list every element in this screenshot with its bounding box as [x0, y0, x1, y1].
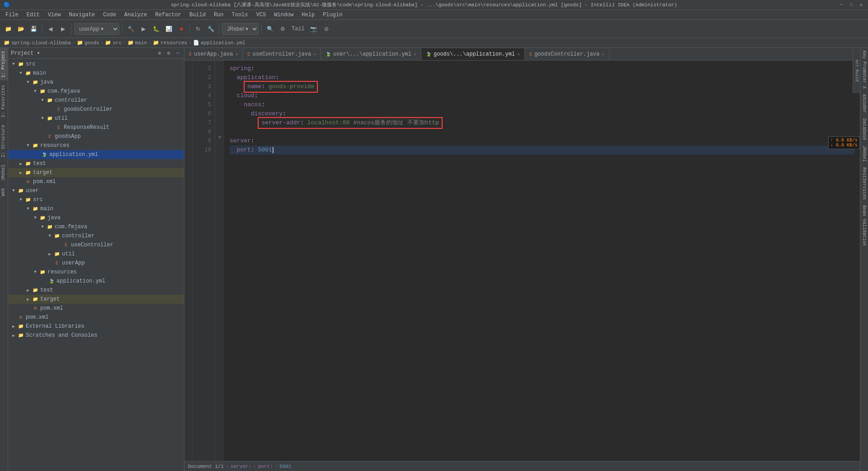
- toolbar-stop[interactable]: ■: [176, 23, 187, 35]
- toolbar-open[interactable]: 📂: [15, 23, 26, 35]
- menu-plugin[interactable]: Plugin: [319, 11, 346, 19]
- breadcrumb-root[interactable]: spring-cloud-Alibaba: [11, 40, 71, 46]
- breadcrumb-file[interactable]: application.yml: [201, 40, 245, 46]
- toolbar-coverage[interactable]: 📊: [163, 23, 174, 35]
- right-tab-axcoder[interactable]: aXcoder: [861, 91, 868, 116]
- menu-file[interactable]: File: [2, 11, 22, 19]
- tab-user-app-java[interactable]: C userApp.java ✕: [184, 48, 243, 60]
- menu-run[interactable]: Run: [210, 11, 227, 19]
- tree-use-controller[interactable]: C useController: [8, 240, 184, 250]
- close-button[interactable]: ✕: [858, 2, 864, 8]
- left-tab-web[interactable]: Web: [0, 185, 8, 199]
- tree-application-yml-goods[interactable]: 🍃 application.yml: [8, 150, 184, 159]
- tree-user-java[interactable]: ▼ 📁 java: [8, 213, 184, 222]
- tree-util[interactable]: ▼ 📁 util: [8, 114, 184, 123]
- right-tab-bean-validation[interactable]: Bean Validation: [861, 203, 868, 249]
- tab-close-1[interactable]: ✕: [235, 52, 238, 57]
- tree-pom-goods[interactable]: m pom.xml: [8, 177, 184, 186]
- code-editor[interactable]: 1 2 3 4 5 6 7 8 9 10: [184, 61, 860, 461]
- tab-use-controller-java[interactable]: C useController.java ✕: [243, 48, 321, 60]
- menu-view[interactable]: View: [44, 11, 65, 19]
- tree-src[interactable]: ▼ 📁 src: [8, 60, 184, 69]
- breadcrumb-main[interactable]: main: [135, 40, 147, 46]
- menu-vcs[interactable]: VCS: [253, 11, 270, 19]
- project-cog-btn[interactable]: ⚙: [165, 50, 172, 57]
- menu-window[interactable]: Window: [270, 11, 297, 19]
- toolbar-back[interactable]: ◀: [45, 23, 56, 35]
- menu-navigate[interactable]: Navigate: [65, 11, 99, 19]
- right-tab-key-promoter[interactable]: Key Promoter X: [861, 48, 868, 91]
- toolbar-camera[interactable]: 📷: [308, 23, 319, 35]
- menu-build[interactable]: Build: [186, 11, 209, 19]
- tree-scratches[interactable]: ▶ 📁 Scratches and Consoles: [8, 331, 184, 340]
- tree-user-controller[interactable]: ▼ 📁 controller: [8, 231, 184, 240]
- toolbar-build[interactable]: 🔨: [125, 23, 136, 35]
- toolbar-debug[interactable]: 🐛: [151, 23, 161, 35]
- menu-refactor[interactable]: Refactor: [151, 11, 185, 19]
- tree-user-src[interactable]: ▼ 📁 src: [8, 195, 184, 204]
- tree-main[interactable]: ▼ 📁 main: [8, 69, 184, 78]
- menu-edit[interactable]: Edit: [23, 11, 43, 19]
- tree-user-com[interactable]: ▼ 📁 com.fmjava: [8, 222, 184, 231]
- tab-close-5[interactable]: ✕: [602, 52, 604, 57]
- tree-user-target[interactable]: ▶ 📁 target: [8, 295, 184, 304]
- tree-test[interactable]: ▶ 📁 test: [8, 159, 184, 168]
- tab-goods-controller-java[interactable]: C goodsController.java ✕: [525, 48, 609, 60]
- toolbar-search[interactable]: 🔍: [264, 23, 275, 35]
- tab-user-application-yml[interactable]: 🍃 user\...\application.yml ✕: [321, 48, 421, 60]
- tree-goods-controller[interactable]: C goodsController: [8, 105, 184, 114]
- menu-tools[interactable]: Tools: [228, 11, 252, 19]
- toolbar-maven[interactable]: 🔧: [205, 23, 216, 35]
- left-tab-favorites[interactable]: 2: Favorites: [0, 82, 8, 120]
- breadcrumb-goods[interactable]: goods: [85, 40, 99, 46]
- tree-user-test[interactable]: ▶ 📁 test: [8, 286, 184, 295]
- toolbar-update[interactable]: ↻: [193, 23, 203, 35]
- right-tab-database[interactable]: Database: [861, 116, 868, 143]
- tree-target-goods[interactable]: ▶ 📁 target: [8, 168, 184, 177]
- tree-external-libs[interactable]: ▶ 📁 External Libraries: [8, 322, 184, 331]
- tree-user[interactable]: ▼ 📁 user: [8, 186, 184, 195]
- tree-controller[interactable]: ▼ 📁 controller: [8, 96, 184, 105]
- toolbar-block[interactable]: ⊘: [321, 23, 332, 35]
- code-content[interactable]: spring: application: name: goods-provide…: [224, 61, 860, 461]
- right-tab-jrebel[interactable]: JRebel: [861, 143, 868, 165]
- jrebel-dropdown[interactable]: JRebel ▾: [222, 23, 259, 35]
- toolbar-run[interactable]: ▶: [138, 23, 149, 35]
- minimize-button[interactable]: ─: [838, 2, 844, 8]
- tree-user-app[interactable]: C userApp: [8, 259, 184, 268]
- breadcrumb-resources[interactable]: resources: [160, 40, 187, 46]
- toolbar-settings[interactable]: ⚙: [277, 23, 288, 35]
- tree-root-pom[interactable]: m pom.xml: [8, 313, 184, 322]
- tree-java[interactable]: ▼ 📁 java: [8, 78, 184, 87]
- toolbar-forward[interactable]: ▶: [57, 23, 68, 35]
- project-close-btn[interactable]: ─: [174, 50, 181, 57]
- tree-user-application-yml[interactable]: 🍃 application.yml: [8, 277, 184, 286]
- tree-resources[interactable]: ▼ 📁 resources: [8, 141, 184, 150]
- tab-close-2[interactable]: ✕: [313, 52, 316, 57]
- menu-help[interactable]: Help: [298, 11, 318, 19]
- tab-close-3[interactable]: ✕: [414, 52, 416, 57]
- tab-goods-application-yml[interactable]: 🍃 goods\...\application.yml ✕: [421, 48, 525, 60]
- tree-com-fmjava[interactable]: ▼ 📁 com.fmjava: [8, 87, 184, 96]
- menu-analyze[interactable]: Analyze: [121, 11, 151, 19]
- art-build-panel[interactable]: Art Build: [853, 48, 860, 93]
- left-tab-structure[interactable]: Z: Structure: [0, 122, 8, 160]
- maximize-button[interactable]: □: [848, 2, 854, 8]
- breadcrumb-src[interactable]: src: [113, 40, 122, 46]
- tree-user-resources[interactable]: ▼ 📁 resources: [8, 268, 184, 277]
- tree-user-pom[interactable]: m pom.xml: [8, 304, 184, 313]
- toolbar-new-project[interactable]: 📁: [3, 23, 14, 35]
- tree-user-util[interactable]: ▶ 📁 util: [8, 250, 184, 259]
- menu-code[interactable]: Code: [99, 11, 120, 19]
- tree-user-main[interactable]: ▼ 📁 main: [8, 204, 184, 213]
- network-up: ↑ 0.0 KB/s: [830, 138, 858, 143]
- left-tab-jrebel[interactable]: JRebel: [0, 162, 8, 184]
- left-tab-project[interactable]: 1: Project: [0, 48, 8, 80]
- toolbar-save[interactable]: 💾: [28, 23, 39, 35]
- tree-response-result[interactable]: C ResponseResult: [8, 123, 184, 132]
- tab-close-4[interactable]: ✕: [517, 52, 520, 57]
- tree-goods-app[interactable]: C goodsApp: [8, 132, 184, 141]
- project-scope-btn[interactable]: ⊕: [156, 50, 163, 57]
- right-tab-rest-services[interactable]: RestServices: [861, 165, 868, 203]
- run-config-dropdown[interactable]: userApp ▾: [74, 23, 119, 35]
